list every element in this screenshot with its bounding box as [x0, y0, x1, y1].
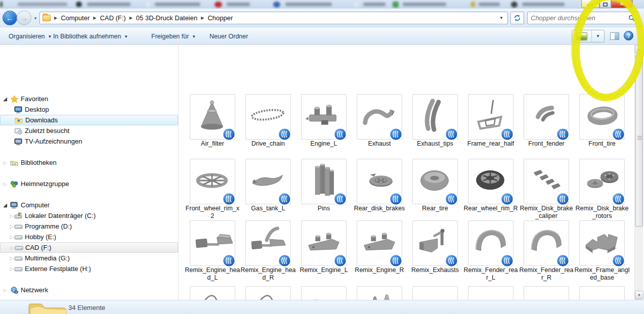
search-icon[interactable]: [628, 15, 635, 22]
file-item[interactable]: [579, 286, 625, 300]
search-box[interactable]: [527, 12, 639, 24]
file-name[interactable]: Front_fender: [519, 140, 574, 148]
back-button[interactable]: ←: [3, 11, 17, 25]
file-name[interactable]: Drive_chain: [240, 140, 296, 148]
breadcrumb-separator-icon[interactable]: ▶: [93, 16, 96, 20]
file-name[interactable]: Exhaust_tips: [407, 140, 463, 148]
file-name[interactable]: Rear_wheel_rim_R: [463, 205, 519, 212]
file-name[interactable]: Rear_tire: [407, 205, 463, 212]
file-name[interactable]: Remix_Disk_brake_caliper: [519, 205, 574, 220]
file-name[interactable]: Remix_Engine_head_L: [185, 266, 240, 282]
file-item[interactable]: [190, 220, 235, 266]
file-item[interactable]: [468, 94, 513, 140]
file-item[interactable]: [190, 94, 235, 140]
sidebar-item-bibliotheken[interactable]: ▷Bibliotheken: [0, 157, 178, 168]
vertical-scrollbar[interactable]: ▲ ▼: [634, 45, 643, 300]
file-item[interactable]: [245, 94, 291, 140]
file-item[interactable]: [245, 159, 291, 204]
breadcrumb[interactable]: ▶Computer▶CAD (F:)▶05 3D-Druck Dateien▶C…: [39, 12, 508, 24]
file-item[interactable]: [245, 220, 291, 266]
file-item[interactable]: [579, 159, 625, 204]
file-item[interactable]: [468, 286, 513, 300]
sidebar-item-programme-d-[interactable]: ▷Programme (D:): [0, 221, 178, 232]
file-name[interactable]: Remix_Engine_L: [296, 266, 352, 274]
file-item[interactable]: [579, 220, 625, 266]
file-item[interactable]: [468, 220, 513, 266]
file-item[interactable]: [190, 159, 235, 204]
sidebar-item-netzwerk[interactable]: ▷Netzwerk: [0, 285, 178, 295]
file-name[interactable]: Exhaust: [352, 140, 407, 148]
sidebar-item-externe-festplatte-h-[interactable]: ▷Externe Festplatte (H:): [0, 263, 178, 274]
file-item[interactable]: [412, 286, 458, 300]
file-item[interactable]: [524, 159, 569, 204]
file-name[interactable]: Remix_Engine_head_R: [240, 266, 296, 282]
sidebar-item-tv-aufzeichnungen[interactable]: TV-Aufzeichnungen: [0, 136, 178, 147]
file-item[interactable]: [412, 94, 458, 140]
file-name[interactable]: Rear_disk_brakes: [352, 205, 407, 212]
scroll-up-icon[interactable]: ▲: [635, 45, 643, 54]
refresh-button[interactable]: [510, 12, 524, 24]
file-item[interactable]: [524, 220, 569, 266]
file-item[interactable]: [357, 159, 402, 204]
sidebar-item-desktop[interactable]: Desktop: [0, 104, 178, 115]
breadcrumb-segment[interactable]: CAD (F:): [100, 14, 125, 22]
maximize-button[interactable]: [599, 0, 611, 8]
search-input[interactable]: [531, 14, 628, 22]
toolbar-button-neuer-ordner[interactable]: Neuer Ordner: [205, 31, 252, 42]
preview-pane-button[interactable]: [609, 31, 621, 41]
sidebar-item-hobby-e-[interactable]: ▷Hobby (E:): [0, 232, 178, 242]
sidebar-item-downloads[interactable]: Downloads: [0, 115, 178, 125]
file-name[interactable]: Gas_tank_L: [240, 205, 296, 212]
file-name[interactable]: Remix_Exhausts: [407, 266, 463, 274]
file-name[interactable]: Remix_Fender_rear_R: [519, 266, 574, 282]
recent-pages-dropdown-icon[interactable]: ▼: [33, 16, 37, 21]
file-name[interactable]: Remix_Disk_brake_rotors: [574, 205, 630, 220]
scroll-down-icon[interactable]: ▼: [635, 291, 643, 299]
file-name[interactable]: Remix_Engine_R: [352, 266, 407, 274]
expand-closed-icon[interactable]: ▷: [2, 288, 8, 293]
file-name[interactable]: Remix_Frame_angled_base: [574, 266, 630, 282]
expand-closed-icon[interactable]: ▷: [2, 182, 8, 187]
file-item[interactable]: [468, 159, 513, 204]
change-view-button[interactable]: ▼: [572, 30, 605, 42]
sidebar-item-zuletzt-besucht[interactable]: Zuletzt besucht: [0, 125, 178, 136]
file-name[interactable]: Pins: [296, 205, 352, 212]
file-name[interactable]: Frame_rear_half: [463, 140, 519, 148]
toolbar-button-freigeben-f-r[interactable]: Freigeben für▼: [147, 31, 200, 42]
file-item[interactable]: [301, 159, 347, 204]
file-item[interactable]: [190, 286, 235, 300]
toolbar-button-in-bibliothek-aufnehmen[interactable]: In Bibliothek aufnehmen▼: [49, 31, 133, 42]
file-item[interactable]: [412, 159, 458, 204]
scrollbar-thumb[interactable]: [635, 55, 643, 227]
sidebar-item-heimnetzgruppe[interactable]: ▷Heimnetzgruppe: [0, 178, 178, 189]
file-name[interactable]: Air_filter: [185, 140, 240, 148]
sidebar-item-computer[interactable]: ◢Computer: [0, 200, 178, 210]
minimize-button[interactable]: [581, 0, 599, 8]
sidebar-item-lokaler-datentr-ger-c-[interactable]: ▷Lokaler Datenträger (C:): [0, 210, 178, 221]
file-item[interactable]: [301, 94, 347, 140]
expand-open-icon[interactable]: ◢: [2, 96, 8, 102]
file-item[interactable]: [357, 94, 402, 140]
file-item[interactable]: [412, 220, 458, 266]
breadcrumb-separator-icon[interactable]: ▶: [201, 16, 204, 20]
breadcrumb-separator-icon[interactable]: ▶: [54, 16, 57, 20]
sidebar-item-favoriten[interactable]: ◢Favoriten: [0, 94, 178, 104]
forward-button[interactable]: →: [17, 11, 31, 25]
sidebar-item-cad-f-[interactable]: ▷CAD (F:): [0, 242, 178, 253]
file-name[interactable]: Front_tire: [574, 140, 630, 148]
file-item[interactable]: [357, 286, 402, 300]
file-item[interactable]: [301, 220, 347, 266]
file-item[interactable]: [301, 286, 347, 300]
expand-closed-icon[interactable]: ▷: [2, 160, 8, 165]
file-name[interactable]: Remix_Fender_rear_L: [463, 266, 519, 282]
breadcrumb-segment[interactable]: Chopper: [207, 14, 233, 22]
breadcrumb-segment[interactable]: Computer: [61, 14, 90, 22]
file-item[interactable]: [245, 286, 291, 300]
file-item[interactable]: [524, 94, 569, 140]
file-item[interactable]: [357, 220, 402, 266]
sidebar-item-multimedia-g-[interactable]: ▷Multimedia (G:): [0, 253, 178, 263]
address-dropdown-icon[interactable]: ▼: [499, 16, 503, 20]
views-dropdown-arrow-icon[interactable]: ▼: [592, 30, 604, 42]
expand-open-icon[interactable]: ◢: [2, 202, 8, 208]
help-button[interactable]: ?: [624, 31, 633, 40]
